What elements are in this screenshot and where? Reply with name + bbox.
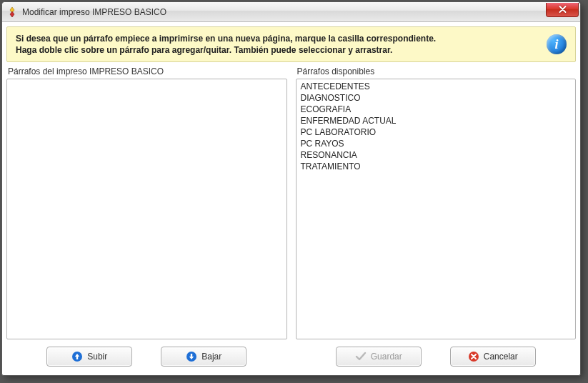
info-banner: Si desea que un párrafo empiece a imprim… (6, 26, 576, 62)
cancel-button[interactable]: Cancelar (450, 347, 536, 367)
list-item[interactable]: PC RAYOS (299, 138, 573, 149)
list-item[interactable]: DIAGNOSTICO (299, 92, 573, 104)
move-down-label: Bajar (201, 352, 221, 362)
app-icon (6, 6, 18, 18)
list-item[interactable]: RESONANCIA (299, 149, 573, 161)
available-paragraphs-list[interactable]: ANTECEDENTESDIAGNOSTICOECOGRAFIAENFERMED… (296, 79, 577, 339)
save-button: Guardar (336, 347, 422, 367)
info-icon: i (547, 34, 567, 54)
info-banner-text: Si desea que un párrafo empiece a imprim… (16, 33, 547, 56)
cancel-label: Cancelar (484, 352, 518, 362)
check-icon (355, 351, 367, 362)
titlebar: Modificar impreso IMPRESO BASICO (2, 2, 580, 22)
list-item[interactable]: PC LABORATORIO (299, 126, 573, 138)
dialog-window: Modificar impreso IMPRESO BASICO Si dese… (1, 1, 581, 376)
move-down-button[interactable]: Bajar (161, 347, 246, 367)
list-item[interactable]: TRATAMIENTO (299, 161, 573, 172)
move-up-label: Subir (87, 352, 107, 362)
selected-paragraphs-list[interactable] (6, 79, 287, 339)
close-button[interactable] (546, 3, 579, 17)
save-label: Guardar (371, 352, 402, 362)
arrow-down-icon (186, 351, 197, 362)
window-title: Modificar impreso IMPRESO BASICO (22, 7, 546, 17)
list-item[interactable]: ANTECEDENTES (299, 81, 573, 92)
arrow-up-icon (71, 351, 83, 362)
cancel-icon (468, 351, 479, 362)
list-item[interactable]: ENFERMEDAD ACTUAL (299, 115, 573, 126)
left-list-label: Párrafos del impreso IMPRESO BASICO (6, 65, 287, 79)
list-item[interactable]: ECOGRAFIA (299, 104, 573, 115)
right-list-label: Párrafos disponibles (296, 65, 577, 79)
move-up-button[interactable]: Subir (46, 347, 132, 367)
